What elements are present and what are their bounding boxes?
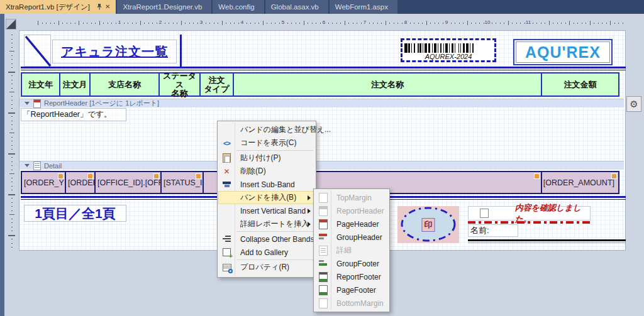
diagonal-line-control[interactable] — [24, 35, 51, 67]
collapse-triangle-icon[interactable] — [25, 102, 30, 105]
menu-item-label: BottomMargin — [336, 299, 384, 308]
field-text: [OFFICE_ID].[OFFI — [97, 178, 160, 187]
report-header-band-strip[interactable]: ReportHeader [1ページに 1レポート] — [19, 99, 624, 107]
tab-global-asax[interactable]: Global.asax.vb — [265, 0, 328, 14]
submenu-item-detail[interactable]: 詳細 — [314, 244, 389, 257]
topmargin-band-icon — [319, 193, 328, 203]
logo-control[interactable]: AQU'REX — [513, 39, 613, 65]
black-line-control[interactable] — [468, 239, 626, 241]
gear-icon[interactable]: ⚙ — [626, 96, 641, 112]
column-header-cell[interactable]: 注文年 — [21, 72, 59, 97]
submenu-item-groupfooter[interactable]: GroupFooter — [314, 257, 389, 270]
close-icon[interactable]: ✕ — [105, 4, 110, 10]
smart-tag-marker[interactable] — [87, 173, 93, 179]
line-control[interactable] — [21, 70, 626, 70]
detail-band-label: Detail — [44, 162, 62, 170]
confirm-checkbox-control[interactable]: 内容を確認しました。 — [468, 206, 591, 221]
submenu-item-groupheader[interactable]: GroupHeader — [314, 231, 389, 244]
name-label-control[interactable]: 名前: — [468, 224, 518, 237]
stamp-text: 印 — [422, 218, 435, 232]
column-header-cell[interactable]: 注文 タイプ — [199, 72, 233, 97]
vertical-line-control[interactable] — [180, 35, 182, 67]
smart-tag-marker[interactable] — [153, 173, 159, 179]
smart-tag-marker[interactable] — [58, 173, 64, 179]
report-header-band-icon — [33, 99, 41, 108]
submenu-arrow-icon — [308, 209, 311, 214]
column-header-cell[interactable]: 注文月 — [59, 72, 89, 97]
menu-item-add-to-gallery[interactable]: Add to Gallery — [218, 246, 315, 259]
barcode-control[interactable]: AQUREX-2024 — [401, 38, 496, 62]
menu-item-insert-band[interactable]: バンドを挿入(B) — [218, 191, 315, 204]
menu-item-paste[interactable]: 貼り付け(P) — [218, 151, 315, 165]
detail-band-strip[interactable]: Detail — [19, 161, 624, 170]
menu-item-edit-bands[interactable]: バンドの編集と並び替え... — [218, 123, 315, 136]
menu-item-view-code[interactable]: <>コードを表示(C) — [218, 136, 315, 150]
checkbox-icon[interactable] — [480, 209, 489, 218]
detail-band-icon — [33, 161, 41, 170]
menu-separator — [236, 259, 313, 260]
detail-band-icon — [319, 246, 328, 256]
column-header-cell[interactable]: 注文名称 — [233, 72, 541, 97]
collapse-triangle-icon[interactable] — [25, 164, 30, 167]
detail-field-cell[interactable]: [ORDER_AMOUNT] — [541, 171, 619, 194]
submenu-item-reportfooter[interactable]: ReportFooter — [314, 270, 389, 283]
menu-item-label: Add to Gallery — [240, 248, 288, 257]
report-header-band-label: ReportHeader [1ページに 1レポート] — [44, 99, 159, 108]
smart-tag-marker[interactable] — [534, 173, 540, 179]
tab-designer-vb[interactable]: XtraReport1.Designer.vb — [117, 0, 211, 14]
document-tab-bar: XtraReport1.vb [デザイン] ✕ XtraReport1.Desi… — [0, 0, 644, 14]
reportheader-band-icon — [319, 206, 328, 216]
left-edge-strip — [0, 14, 4, 316]
line-control[interactable] — [21, 67, 626, 68]
report-header-label-control[interactable]: 「ReportHeader」です。 — [21, 108, 126, 121]
menu-item-label: Collapse Other Bands — [240, 235, 314, 244]
field-text: [ORDER_Y — [24, 178, 64, 187]
pagefooter-band-icon — [319, 285, 328, 295]
detail-field-cell[interactable]: [STATUS_I — [160, 171, 203, 194]
menu-item-collapse-other-bands[interactable]: Collapse Other Bands — [218, 232, 315, 246]
pin-icon[interactable] — [96, 3, 103, 11]
menu-item-label: TopMargin — [336, 193, 372, 202]
ruler-corner-icon[interactable] — [6, 19, 16, 30]
menu-item-label: バンドの編集と並び替え... — [240, 124, 331, 135]
detail-field-cell[interactable]: [OFFICE_ID].[OFFI — [94, 171, 160, 194]
smart-tag-marker[interactable] — [611, 173, 617, 179]
menu-item-delete[interactable]: ✕削除(D) — [218, 165, 315, 178]
submenu-item-reportheader[interactable]: ReportHeader — [314, 204, 389, 217]
logo-text: AQU'REX — [525, 43, 601, 62]
column-header-cell[interactable]: 支店名称 — [89, 72, 158, 97]
submenu-item-topmargin[interactable]: TopMargin — [314, 191, 389, 204]
detail-field-cell[interactable]: [ORDER_Y — [21, 171, 65, 194]
menu-item-insert-vertical-band[interactable]: Insert Vertical Band — [218, 204, 315, 217]
tab-webform1[interactable]: WebForm1.aspx — [330, 0, 397, 14]
stamp-control[interactable]: 印 — [397, 206, 459, 243]
menu-item-label: GroupHeader — [336, 233, 382, 242]
report-title-label[interactable]: アキュラ注文一覧 — [52, 40, 177, 63]
menu-item-properties[interactable]: プロパティ(R) — [218, 261, 315, 274]
menu-item-insert-detail-report[interactable]: 詳細レポートを挿入 — [218, 217, 315, 231]
tab-xtrareport-design[interactable]: XtraReport1.vb [デザイン] ✕ — [0, 0, 116, 14]
smart-tag-marker[interactable] — [196, 173, 201, 179]
field-text: [STATUS_I — [164, 178, 202, 187]
tab-web-config[interactable]: Web.config — [213, 0, 264, 14]
submenu-item-pagefooter[interactable]: PageFooter — [314, 283, 389, 297]
menu-item-insert-sub-band[interactable]: Insert Sub-Band — [218, 178, 315, 191]
column-header-cell[interactable]: 注文金額 — [541, 72, 619, 97]
submenu-arrow-icon — [308, 222, 311, 227]
detail-field-cell[interactable]: [ORDER — [65, 171, 94, 194]
field-text: [ORDER_AMOUNT] — [543, 178, 614, 187]
submenu-item-bottommargin[interactable]: BottomMargin — [314, 297, 389, 310]
tab-label: XtraReport1.vb [デザイン] — [6, 3, 90, 12]
column-header-cell[interactable]: ステータス 名称 — [158, 72, 199, 97]
red-dash-line-control[interactable] — [468, 221, 590, 224]
menu-item-label: ReportHeader — [336, 207, 384, 215]
tab-label: Global.asax.vb — [271, 3, 319, 11]
menu-item-label: 貼り付け(P) — [240, 153, 281, 163]
page-counter-label[interactable]: 1頁目／全1頁 — [24, 205, 126, 222]
groupheader-band-icon — [319, 233, 327, 241]
menu-item-label: 削除(D) — [240, 166, 266, 177]
menu-item-label: コードを表示(C) — [240, 138, 297, 148]
submenu-item-pageheader[interactable]: PageHeader — [314, 217, 389, 231]
menu-item-label: バンドを挿入(B) — [240, 192, 296, 203]
reportfooter-band-icon — [319, 272, 328, 282]
